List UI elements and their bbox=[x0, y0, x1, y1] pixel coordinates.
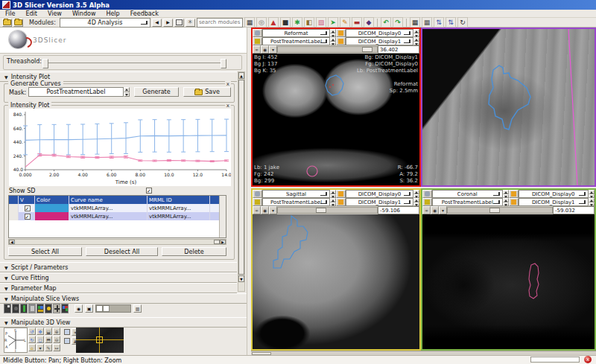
red-background-selector[interactable]: DICOM_Display1 bbox=[346, 37, 413, 45]
yellow-slice-image[interactable] bbox=[253, 214, 419, 349]
red-slice-image[interactable]: Bg I: 452Bg J: 137Bg K: 35 Bg: DICOM_Dis… bbox=[253, 54, 419, 185]
menu-feedback[interactable]: Feedback bbox=[125, 10, 164, 17]
green-orientation-selector[interactable]: Coronal bbox=[432, 190, 503, 198]
table-row[interactable]: ✓ vtkMRMLArray... vtkMRMLArray... bbox=[9, 212, 226, 220]
section-script-parameters[interactable]: ▼ Script / Parameters bbox=[0, 262, 237, 272]
slider-handle-a[interactable] bbox=[96, 305, 103, 312]
spin-checkbox[interactable] bbox=[64, 329, 70, 335]
frame-back-icon[interactable]: ⇅ bbox=[434, 17, 444, 28]
load-scene-button[interactable] bbox=[2, 19, 12, 27]
scroll-thumb[interactable] bbox=[214, 240, 220, 244]
red-orientation-spinner[interactable] bbox=[330, 29, 336, 37]
section-manipulate-3d-view[interactable]: ▼ Manipulate 3D View bbox=[0, 317, 247, 328]
center-view-icon[interactable]: ⌂ bbox=[28, 344, 36, 351]
spin-icon[interactable]: ✎ bbox=[45, 344, 52, 351]
red-slice-offset-value[interactable]: 36.402 bbox=[378, 45, 419, 54]
select-all-button[interactable]: Select All bbox=[8, 247, 82, 256]
red-slice-slider[interactable] bbox=[277, 46, 378, 53]
rotate-left-icon[interactable]: ↺ bbox=[28, 328, 36, 335]
slice-link-icon[interactable] bbox=[253, 29, 262, 37]
yellow-slice-offset-value[interactable]: -59.106 bbox=[378, 206, 419, 214]
title-bar[interactable]: 3D Slicer Version 3.5 Alpha bbox=[0, 0, 596, 10]
red-slider-thumb[interactable] bbox=[362, 47, 372, 52]
table-vertical-scrollbar[interactable] bbox=[219, 196, 226, 237]
scroll-left-icon[interactable]: ◀ bbox=[9, 240, 15, 244]
green-label-selector[interactable]: PostTreatmentLabel bbox=[432, 198, 503, 206]
green-foreground-spinner[interactable] bbox=[589, 190, 595, 198]
yellow-foreground-selector[interactable]: DICOM_Display0 bbox=[346, 190, 413, 198]
refresh-icon[interactable]: ↻ bbox=[457, 17, 468, 28]
red-label-spinner[interactable] bbox=[330, 37, 336, 45]
background-layer-icon[interactable] bbox=[509, 198, 519, 206]
slice-toggle-icon-1[interactable] bbox=[4, 304, 11, 313]
section-manipulate-slice-views[interactable]: ▼ Manipulate Slice Views bbox=[0, 293, 247, 304]
mask-selector[interactable]: PostTreatmentLabel bbox=[28, 87, 124, 97]
curve-name-cell[interactable]: vtkMRMLArray... bbox=[69, 212, 148, 220]
menu-window[interactable]: Window bbox=[67, 10, 101, 17]
slice-toggle-icon-8[interactable] bbox=[61, 304, 69, 313]
intensity-plot-close-icon[interactable]: x bbox=[225, 103, 231, 109]
green-slider-thumb[interactable] bbox=[489, 208, 500, 213]
foreground-layer-icon[interactable] bbox=[336, 190, 346, 198]
slice-fit-button[interactable]: ▣ bbox=[85, 304, 93, 313]
save-scene-button[interactable] bbox=[13, 19, 23, 27]
rock-checkbox[interactable] bbox=[64, 338, 70, 344]
menu-file[interactable]: File bbox=[0, 10, 20, 17]
yellow-label-selector[interactable]: PostTreatmentLabel bbox=[262, 198, 330, 206]
visible-checkbox[interactable]: ✓ bbox=[25, 214, 31, 220]
yellow-background-selector[interactable]: DICOM_Display1 bbox=[346, 198, 413, 206]
green-label-spinner[interactable] bbox=[503, 198, 509, 206]
background-layer-icon[interactable] bbox=[336, 198, 346, 206]
scroll-thumb[interactable] bbox=[238, 80, 244, 275]
slice-visibility-icon[interactable]: ◉ bbox=[261, 45, 269, 54]
models-icon[interactable]: ◧ bbox=[304, 17, 314, 28]
yellow-background-spinner[interactable] bbox=[413, 198, 419, 206]
frame-forward-icon[interactable]: ⇅ bbox=[446, 17, 456, 28]
view-purple[interactable] bbox=[421, 28, 596, 187]
slice-toggle-icon-5[interactable] bbox=[37, 304, 44, 313]
redo-icon[interactable]: ↷ bbox=[393, 17, 403, 28]
green-slice-offset-value[interactable]: -59.032 bbox=[553, 206, 595, 214]
pitch-icon[interactable]: ▾ bbox=[37, 344, 44, 351]
look-from-icon[interactable]: ◻ bbox=[37, 336, 44, 343]
purple-view-image[interactable] bbox=[422, 29, 595, 185]
save-button[interactable]: Save bbox=[183, 87, 231, 97]
foreground-layer-icon[interactable] bbox=[336, 29, 346, 37]
extensions-icon[interactable]: ◎ bbox=[256, 17, 267, 28]
zoom-in-icon[interactable]: ⊕ bbox=[53, 328, 60, 335]
mrml-id-cell[interactable]: vtkMRMLArray... bbox=[148, 204, 210, 212]
green-background-spinner[interactable] bbox=[589, 198, 595, 206]
module-selector[interactable]: 4D Analysis bbox=[60, 18, 150, 28]
yellow-orientation-spinner[interactable] bbox=[330, 190, 336, 198]
slice-visibility-icon[interactable]: ◉ bbox=[261, 206, 269, 214]
yellow-foreground-spinner[interactable] bbox=[413, 190, 419, 198]
slice-view-red[interactable]: Reformat DICOM_Display0 PostTreatmentLab… bbox=[251, 28, 421, 187]
zoom-out-icon[interactable]: ⊖ bbox=[53, 336, 60, 343]
orientation-axes-widget[interactable]: SIL PAR bbox=[4, 328, 28, 353]
scroll-right-icon[interactable]: ▶ bbox=[220, 240, 226, 244]
label-layer-icon[interactable] bbox=[422, 198, 432, 206]
slice-view-yellow[interactable]: Sagittal DICOM_Display0 PostTreatmentLab… bbox=[251, 188, 421, 351]
table-row[interactable]: ✓ vtkMRMLArray... vtkMRMLArray... bbox=[9, 204, 226, 212]
yellow-slice-slider[interactable] bbox=[277, 207, 378, 214]
menu-edit[interactable]: Edit bbox=[20, 10, 42, 17]
module-panel-button[interactable] bbox=[174, 19, 184, 27]
transforms-icon[interactable]: ▧ bbox=[316, 17, 326, 28]
error-log-button[interactable]: x bbox=[584, 356, 592, 363]
green-slice-image[interactable] bbox=[422, 214, 595, 349]
yellow-slider-thumb[interactable] bbox=[316, 208, 326, 213]
threshold-min-handle[interactable] bbox=[42, 59, 48, 68]
slice-link-icon[interactable] bbox=[253, 190, 262, 198]
slice-toggle-icon-2[interactable] bbox=[12, 304, 19, 313]
section-parameter-map[interactable]: ▼ Parameter Map bbox=[0, 283, 237, 293]
label-layer-icon[interactable] bbox=[253, 198, 262, 206]
slice-toggle-icon-4[interactable] bbox=[28, 304, 36, 313]
scroll-up-icon[interactable]: ▲ bbox=[238, 72, 244, 79]
foreground-layer-icon[interactable] bbox=[509, 190, 519, 198]
modules-menu-icon[interactable]: ▦ bbox=[244, 17, 255, 28]
rotate-around-icon[interactable]: ↻ bbox=[28, 336, 36, 343]
slice-view-green[interactable]: Coronal DICOM_Display0 PostTreatmentLabe… bbox=[421, 188, 596, 351]
green-slice-slider[interactable] bbox=[447, 207, 553, 214]
navigation-3d-thumbnail[interactable] bbox=[76, 328, 124, 353]
link-slices-icon[interactable]: ∞ bbox=[253, 45, 261, 54]
